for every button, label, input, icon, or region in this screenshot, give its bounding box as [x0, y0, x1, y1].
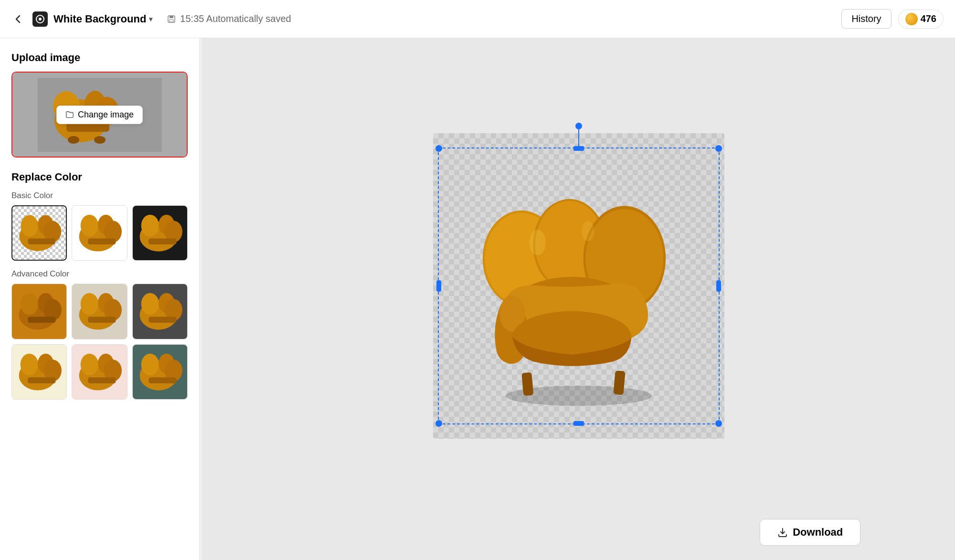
svg-rect-70 [613, 370, 625, 394]
svg-point-15 [21, 215, 38, 236]
header: White Background ▾ 15:35 Automatically s… [0, 0, 955, 38]
svg-rect-4 [170, 16, 173, 18]
save-icon [167, 14, 176, 24]
upload-image-box[interactable]: Change image [11, 72, 188, 158]
project-title[interactable]: White Background ▾ [53, 13, 152, 25]
swatch-teal[interactable] [132, 344, 188, 400]
svg-rect-53 [88, 377, 116, 383]
change-image-label: Change image [78, 110, 134, 120]
main-layout: Upload image [0, 38, 955, 560]
back-button[interactable] [10, 11, 27, 28]
download-bar: Download [277, 519, 880, 546]
change-image-button[interactable]: Change image [56, 106, 143, 124]
canvas-wrapper [433, 133, 724, 439]
handle-top-circle[interactable] [575, 123, 582, 129]
back-icon [12, 13, 24, 25]
swatch-light-gray[interactable] [72, 284, 127, 339]
basic-color-grid [11, 205, 188, 261]
svg-point-50 [81, 353, 98, 375]
header-left: White Background ▾ 15:35 Automatically s… [10, 11, 291, 28]
download-button[interactable]: Download [760, 519, 860, 546]
svg-point-13 [94, 136, 106, 144]
autosave-text: 15:35 Automatically saved [180, 13, 291, 24]
svg-rect-18 [28, 238, 55, 244]
svg-rect-5 [170, 20, 173, 22]
swatch-white[interactable] [72, 205, 127, 261]
swatch-dark-slate[interactable] [132, 284, 188, 339]
canvas-container [202, 53, 955, 519]
svg-point-45 [21, 353, 38, 375]
svg-rect-43 [149, 317, 176, 323]
swatch-warm-orange[interactable] [11, 284, 67, 339]
folder-icon [65, 110, 74, 119]
project-title-text: White Background [53, 13, 146, 25]
swatch-transparent[interactable] [11, 205, 67, 261]
upload-section-title: Upload image [11, 52, 188, 64]
svg-point-40 [141, 293, 159, 315]
logo-icon [32, 11, 48, 27]
coins-badge: 476 [898, 10, 944, 29]
coins-count: 476 [921, 13, 936, 24]
svg-rect-33 [28, 317, 55, 323]
svg-point-35 [81, 293, 98, 315]
advanced-color-grid [11, 284, 188, 400]
svg-rect-69 [521, 372, 533, 396]
download-label: Download [793, 526, 843, 539]
swatch-pink[interactable] [72, 344, 127, 400]
svg-rect-58 [149, 377, 176, 383]
svg-rect-48 [28, 377, 55, 383]
svg-point-55 [141, 353, 159, 375]
autosave-indicator: 15:35 Automatically saved [167, 13, 291, 24]
chair-main-svg [450, 151, 707, 420]
replace-color-title: Replace Color [11, 171, 188, 183]
svg-rect-11 [66, 123, 109, 132]
history-button[interactable]: History [841, 9, 891, 29]
coin-icon [905, 13, 918, 25]
basic-color-label: Basic Color [11, 191, 188, 201]
download-icon [777, 527, 788, 538]
chair-image [450, 151, 707, 420]
canvas-area: Download [202, 38, 955, 560]
svg-point-25 [141, 215, 159, 237]
svg-rect-38 [88, 317, 116, 323]
svg-point-71 [529, 230, 546, 255]
svg-rect-23 [88, 239, 116, 244]
chevron-down-icon: ▾ [149, 15, 152, 23]
swatch-cream[interactable] [11, 344, 67, 400]
replace-color-section: Replace Color Basic Color [11, 171, 188, 400]
left-panel: Upload image [0, 38, 200, 560]
svg-point-12 [68, 136, 79, 144]
svg-point-20 [81, 215, 98, 237]
advanced-color-label: Advanced Color [11, 269, 188, 279]
svg-rect-28 [149, 239, 176, 244]
svg-point-30 [21, 293, 38, 315]
swatch-black[interactable] [132, 205, 188, 261]
svg-point-2 [39, 18, 42, 21]
header-right: History 476 [841, 9, 944, 29]
svg-point-72 [581, 221, 594, 241]
